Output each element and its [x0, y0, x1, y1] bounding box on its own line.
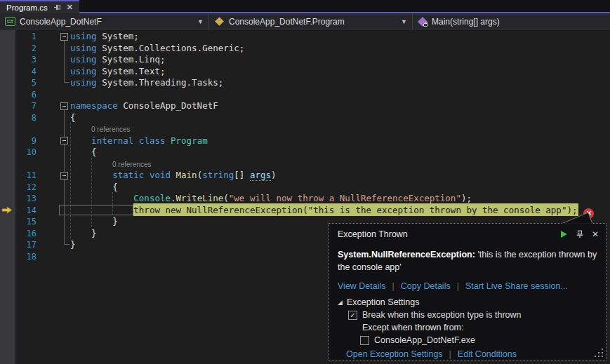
breakpoint-margin-cell[interactable] — [0, 31, 15, 43]
code-line: 11 static void Main(string[] args) — [0, 170, 610, 182]
line-number: 16 — [15, 228, 37, 240]
line-number: 12 — [15, 182, 37, 194]
breakpoint-margin-cell[interactable] — [0, 112, 15, 124]
code-text: internal class Program — [70, 135, 208, 147]
code-text: using System; — [70, 31, 139, 43]
current-statement-box — [59, 205, 133, 215]
code-text: using System.Text; — [70, 66, 165, 78]
line-number: 1 — [15, 31, 37, 43]
breakpoint-margin-cell[interactable] — [0, 182, 15, 194]
tab-strip-empty — [79, 0, 610, 13]
tab-strip: Program.cs ✕ — [0, 0, 610, 13]
project-dropdown-label: ConsoleApp_DotNetF — [20, 17, 102, 27]
module-checkbox[interactable] — [360, 336, 369, 345]
code-text: namespace ConsoleApp_DotNetF — [70, 100, 218, 112]
line-number — [15, 159, 37, 170]
code-text: using System.Threading.Tasks; — [70, 77, 223, 89]
line-number: 7 — [15, 100, 37, 112]
codelens-row: 0 references — [0, 159, 610, 170]
codelens-references[interactable]: 0 references — [112, 161, 152, 168]
member-dropdown[interactable]: Main(string[] args) — [413, 13, 610, 29]
line-number — [15, 123, 37, 135]
popup-callout-tail — [561, 212, 597, 224]
copy-details-link[interactable]: Copy Details — [401, 281, 451, 291]
project-dropdown[interactable]: C# ConsoleApp_DotNetF ▼ — [0, 13, 209, 29]
code-line: 2using System.Collections.Generic; — [0, 43, 610, 55]
live-share-link[interactable]: Start Live Share session... — [465, 281, 568, 291]
code-text: } — [70, 216, 118, 228]
breakpoint-margin-cell[interactable] — [0, 77, 15, 89]
except-when-thrown-label: Except when thrown from: — [362, 323, 597, 332]
line-number: 3 — [15, 54, 37, 66]
line-number: 17 — [15, 239, 37, 251]
line-number: 15 — [15, 216, 37, 228]
settings-links: Open Exception Settings | Edit Condition… — [338, 349, 597, 359]
exception-type: System.NullReferenceException: — [338, 250, 475, 259]
breakpoint-margin-cell[interactable] — [0, 66, 15, 78]
type-dropdown[interactable]: ConsoleApp_DotNetF.Program ▼ — [209, 13, 413, 29]
popup-links: View Details | Copy Details | Start Live… — [329, 281, 606, 291]
code-line: 9 internal class Program — [0, 135, 610, 147]
line-number: 18 — [15, 251, 37, 263]
breakpoint-margin-cell[interactable] — [0, 239, 15, 251]
csharp-project-icon: C# — [5, 17, 15, 26]
breakpoint-margin-cell[interactable] — [0, 251, 15, 263]
continue-execution-icon[interactable] — [559, 230, 568, 238]
link-separator: | — [457, 281, 459, 291]
code-text: { — [70, 182, 118, 194]
module-checkbox-label: ConsoleApp_DotNetF.exe — [374, 335, 475, 345]
exception-settings-header: Exception Settings — [347, 297, 420, 307]
breakpoint-margin-cell[interactable] — [0, 228, 15, 240]
breakpoint-margin-cell[interactable] — [0, 205, 15, 217]
breakpoint-margin-cell[interactable] — [0, 159, 15, 170]
breakpoint-margin-cell[interactable] — [0, 193, 15, 205]
popup-title: Exception Thrown — [338, 229, 408, 239]
fold-toggle[interactable] — [60, 172, 68, 180]
tab-program-cs[interactable]: Program.cs ✕ — [0, 0, 79, 13]
code-text: } — [70, 239, 76, 251]
pin-icon[interactable] — [53, 4, 61, 11]
breakpoint-margin-cell[interactable] — [0, 43, 15, 55]
code-text: { — [70, 147, 97, 159]
chevron-down-icon[interactable]: ▼ — [197, 18, 204, 25]
view-details-link[interactable]: View Details — [338, 281, 386, 291]
code-text: static void Main(string[] args) — [70, 170, 277, 182]
exception-helper-popup: Exception Thrown ✕ System.NullReferenceE… — [329, 223, 606, 360]
line-number: 4 — [15, 66, 37, 78]
private-method-icon — [418, 17, 427, 27]
popup-title-bar: Exception Thrown ✕ — [329, 224, 606, 239]
close-icon[interactable]: ✕ — [592, 229, 599, 239]
break-checkbox[interactable]: ✓ — [348, 311, 357, 320]
fold-toggle[interactable] — [60, 33, 68, 41]
fold-toggle[interactable] — [60, 102, 68, 110]
edit-conditions-link[interactable]: Edit Conditions — [458, 349, 517, 359]
breakpoint-margin-cell[interactable] — [0, 170, 15, 182]
breakpoint-margin-cell[interactable] — [0, 54, 15, 66]
chevron-down-icon[interactable]: ▼ — [401, 18, 407, 25]
breakpoint-margin-cell[interactable] — [0, 135, 15, 147]
breakpoint-margin-cell[interactable] — [0, 100, 15, 112]
resize-grip[interactable] — [595, 349, 603, 357]
member-dropdown-label: Main(string[] args) — [432, 17, 500, 27]
code-line: 14 throw new NullReferenceException("thi… — [0, 205, 610, 217]
link-separator: | — [392, 281, 394, 291]
codelens-references[interactable]: 0 references — [91, 126, 131, 133]
breakpoint-margin-cell[interactable] — [0, 123, 15, 135]
breakpoint-margin-cell[interactable] — [0, 89, 15, 101]
line-number: 11 — [15, 170, 37, 182]
open-exception-settings-link[interactable]: Open Exception Settings — [346, 349, 443, 359]
code-line: 10 { — [0, 147, 610, 159]
exception-settings-section: ◢ Exception Settings ✓ Break when this e… — [329, 297, 606, 359]
line-number: 13 — [15, 193, 37, 205]
exception-description: System.NullReferenceException: 'this is … — [329, 248, 606, 274]
breakpoint-margin-cell[interactable] — [0, 216, 15, 228]
tab-close-icon[interactable]: ✕ — [67, 3, 73, 12]
breakpoint-margin-cell[interactable] — [0, 147, 15, 159]
type-dropdown-label: ConsoleApp_DotNetF.Program — [229, 17, 345, 27]
expander-icon[interactable]: ◢ — [338, 299, 343, 306]
code-text: using System.Linq; — [70, 54, 165, 66]
pin-icon[interactable] — [576, 230, 584, 238]
fold-toggle[interactable] — [60, 137, 68, 144]
code-line: 6 — [0, 89, 610, 101]
line-number: 8 — [15, 112, 37, 124]
